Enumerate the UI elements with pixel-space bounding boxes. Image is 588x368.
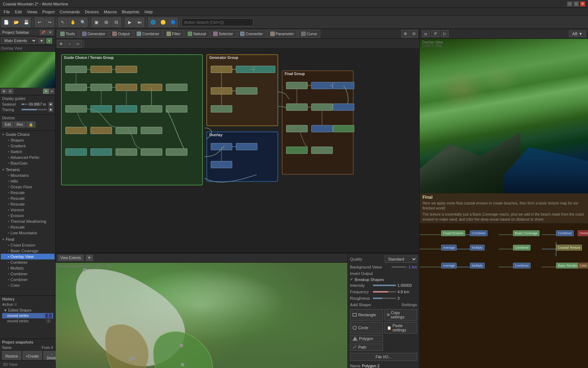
overlay-render-button[interactable]: ▷ [441, 30, 449, 37]
mini-node-13[interactable] [166, 105, 187, 112]
mini-node-10[interactable] [90, 105, 112, 112]
sidebar-ctrl-4[interactable]: ≡ [50, 89, 54, 94]
tree-item-rescale-3[interactable]: ▪Rescale [1, 201, 55, 207]
open-button[interactable]: 📂 [11, 18, 21, 27]
undo-button[interactable]: ↩ [35, 18, 44, 27]
polygon-button[interactable]: Polygon [350, 335, 383, 342]
tab-generator[interactable]: Generator [79, 30, 109, 38]
mini-node-brown-5[interactable] [311, 104, 333, 111]
mini-node-6[interactable] [116, 84, 137, 91]
tree-group-header-guide[interactable]: ▼ Guide Choice [1, 132, 55, 137]
tab-selector[interactable]: Selector [210, 30, 236, 38]
res-button[interactable]: Res [14, 121, 25, 128]
build-all-button[interactable]: ⏭ [135, 18, 144, 27]
sidebar-ctrl-1[interactable]: ⊕ [1, 89, 7, 94]
fn-combiner-4[interactable]: Combiner [513, 263, 531, 268]
create-snapshot-button[interactable]: +Create [23, 351, 42, 361]
mini-node-blue-2[interactable] [236, 143, 257, 150]
mini-node-21[interactable] [141, 148, 162, 156]
mini-node-3[interactable] [116, 66, 137, 73]
tree-item-rescale-4[interactable]: ▪Rescale [1, 224, 55, 230]
bg-value-slider[interactable] [392, 266, 406, 268]
mini-node-19[interactable] [90, 148, 112, 156]
sidebar-ctrl-3[interactable]: ☀ [43, 89, 49, 94]
mini-node-4[interactable] [65, 84, 87, 91]
tree-item-overlay-view[interactable]: ▪Overlay View [1, 254, 55, 259]
tree-item-switch[interactable]: ▪Switch [1, 149, 55, 155]
redo-button[interactable]: ↪ [45, 18, 54, 27]
mini-node-brown-8[interactable] [311, 125, 333, 132]
mini-node-18[interactable] [65, 148, 87, 156]
tree-item-ocean-floor[interactable]: ▪Ocean Floor [1, 184, 55, 190]
mini-node-gen-5[interactable] [236, 87, 257, 95]
fn-coast-erosion[interactable]: Coast Erosion [441, 230, 465, 236]
tree-item-multiply[interactable]: ▪Multiply [1, 265, 55, 271]
build-button[interactable]: ▶ [125, 18, 134, 27]
mini-node-20[interactable] [116, 148, 137, 156]
tracing-slider[interactable] [22, 109, 47, 110]
sidebar-pin-button[interactable]: 📌 [40, 30, 47, 35]
mini-node-16[interactable] [116, 127, 137, 134]
shapes-eye-button[interactable]: 👁 [86, 255, 93, 261]
mini-node-brown-1[interactable] [286, 82, 308, 89]
tree-item-combiner-3[interactable]: ▪Combiner [1, 277, 55, 282]
tree-item-combiner-2[interactable]: ▪Combiner [1, 271, 55, 277]
layout-toggle-button[interactable]: ⊞ [401, 30, 409, 38]
mini-node-2[interactable] [90, 66, 112, 73]
rectangle-button[interactable]: Rectangle [350, 309, 383, 321]
tree-item-rescale-2[interactable]: ▪Rescale [1, 196, 55, 201]
path-button[interactable]: Path [350, 344, 383, 351]
main-extents-dropdown[interactable]: Main Extents [1, 37, 37, 44]
mini-node-brown-4[interactable] [286, 104, 308, 111]
tree-group-header-terrains[interactable]: ▼ Terrains [1, 167, 55, 172]
tree-item-combiner-1[interactable]: ▪Combiner [1, 259, 55, 265]
tree-item-advanced-perlin[interactable]: ▪Advanced Perlin [1, 155, 55, 160]
mini-node-15[interactable] [90, 127, 112, 134]
menu-help[interactable]: Help [142, 9, 155, 15]
fn-overlay-view[interactable]: Overlay View [578, 230, 588, 236]
edit-button[interactable]: Edit [2, 121, 13, 128]
fn-multiply-2[interactable]: Multiply [470, 263, 485, 268]
shapes-canvas[interactable] [56, 263, 347, 368]
maximize-button[interactable]: □ [574, 1, 579, 6]
tab-curve[interactable]: Curve [298, 30, 320, 38]
file-io-button[interactable]: File I/O... [350, 353, 417, 361]
view-home-button[interactable]: ⌂ [66, 40, 74, 48]
zoom-button[interactable]: 🔍 [78, 18, 88, 27]
tree-group-header-final[interactable]: ▼ Final [1, 236, 55, 242]
tree-item-shapes[interactable]: ▪Shapes [1, 137, 55, 143]
sidebar-close-button[interactable]: ✕ [47, 30, 53, 35]
fn-combiner-2[interactable]: Combiner [556, 230, 574, 236]
mini-node-5[interactable] [90, 84, 112, 91]
sidebar-ctrl-2[interactable]: ⊖ [8, 89, 13, 94]
menu-blueprints[interactable]: Blueprints [120, 9, 142, 15]
mini-node-8[interactable] [166, 84, 187, 91]
tree-item-color[interactable]: ▪Color [1, 282, 55, 288]
roughness-slider[interactable] [373, 298, 396, 299]
tab-converter[interactable]: Converter [237, 30, 266, 38]
view-extents-button[interactable]: View Extents [58, 255, 84, 261]
tab-parameter[interactable]: Parameter [267, 30, 297, 38]
new-button[interactable]: 📄 [1, 18, 11, 27]
mini-node-brown-10[interactable] [286, 147, 308, 154]
mini-node-gen-6[interactable] [211, 105, 232, 112]
fn-combiner-3[interactable]: Combiner [513, 245, 531, 250]
tree-item-rescale-1[interactable]: ▪Rescale [1, 190, 55, 196]
tree-item-coast-erosion[interactable]: ▪Coast Erosion [1, 242, 55, 248]
tree-item-erosion[interactable]: ▪Erosion [1, 213, 55, 218]
action-search-input[interactable] [182, 18, 253, 26]
node-canvas[interactable]: Guide Choice / Terrain Group [56, 49, 419, 253]
tree-item-gradient[interactable]: ▪Gradient [1, 143, 55, 149]
tree-item-biasgain[interactable]: ▪Bias/Gain [1, 160, 55, 166]
pan-button[interactable]: ✋ [68, 18, 78, 27]
overlay-refresh-button[interactable]: ↺ [431, 30, 439, 37]
tree-item-basic-coverage[interactable]: ▪Basic Coverage [1, 248, 55, 254]
fn-coastal-texture[interactable]: Coastal Texture [556, 245, 582, 250]
mini-node-gen-1[interactable] [211, 66, 232, 73]
close-button[interactable]: ✕ [580, 1, 585, 6]
fn-average[interactable]: Average [441, 245, 457, 250]
intensity-slider[interactable] [373, 285, 396, 286]
mini-node-17[interactable] [141, 127, 162, 134]
render2-button[interactable]: 🟡 [158, 18, 168, 27]
menu-project[interactable]: Project [40, 9, 57, 15]
